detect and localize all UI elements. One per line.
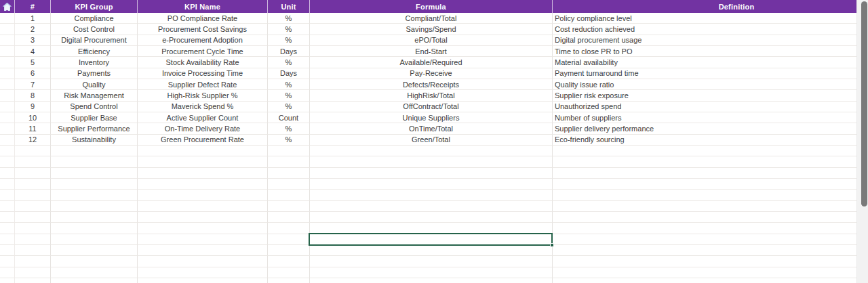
cell-number[interactable]: 8 bbox=[15, 90, 51, 101]
cell-kpi-group[interactable]: Spend Control bbox=[51, 102, 138, 112]
cell-definition[interactable] bbox=[553, 212, 856, 223]
cell-kpi-name[interactable]: Supplier Defect Rate bbox=[138, 79, 268, 90]
cell-kpi-group[interactable] bbox=[51, 223, 138, 234]
cell-formula[interactable]: Pay-Receive bbox=[310, 68, 553, 79]
cell-kpi-name[interactable] bbox=[138, 168, 268, 179]
cell-number[interactable] bbox=[15, 234, 51, 245]
cell-unit[interactable] bbox=[268, 267, 310, 278]
header-col-unit[interactable]: Unit bbox=[268, 0, 310, 13]
cell-kpi-group[interactable] bbox=[51, 156, 138, 167]
cell-definition[interactable]: Cost reduction achieved bbox=[553, 24, 856, 35]
cell-definition[interactable]: Policy compliance level bbox=[553, 13, 856, 24]
cell-unit[interactable] bbox=[268, 201, 310, 212]
cell-kpi-name[interactable] bbox=[138, 212, 268, 223]
cell-formula[interactable]: Unique Suppliers bbox=[310, 112, 553, 123]
cell-definition[interactable] bbox=[553, 267, 856, 278]
cell-unit[interactable]: % bbox=[268, 102, 310, 112]
vertical-scrollbar[interactable] bbox=[856, 0, 868, 283]
cell-kpi-name[interactable]: Invoice Processing Time bbox=[138, 68, 268, 79]
cell-unit[interactable]: % bbox=[268, 57, 310, 68]
cell-unit[interactable] bbox=[268, 190, 310, 200]
cell-icon-col[interactable] bbox=[0, 68, 15, 79]
cell-definition[interactable] bbox=[553, 179, 856, 190]
cell-definition[interactable] bbox=[553, 156, 856, 167]
cell-formula[interactable] bbox=[310, 212, 553, 223]
cell-kpi-group[interactable] bbox=[51, 146, 138, 156]
cell-icon-col[interactable] bbox=[0, 24, 15, 35]
cell-number[interactable] bbox=[15, 146, 51, 156]
cell-kpi-name[interactable] bbox=[138, 146, 268, 156]
cell-definition[interactable]: Eco-friendly sourcing bbox=[553, 135, 856, 146]
cell-unit[interactable]: % bbox=[268, 13, 310, 24]
cell-definition[interactable]: Unauthorized spend bbox=[553, 102, 856, 112]
cell-number[interactable]: 1 bbox=[15, 13, 51, 24]
cell-number[interactable] bbox=[15, 223, 51, 234]
cell-kpi-group[interactable]: Compliance bbox=[51, 13, 138, 24]
cell-kpi-group[interactable] bbox=[51, 212, 138, 223]
cell-icon-col[interactable] bbox=[0, 212, 15, 223]
cell-kpi-name[interactable]: PO Compliance Rate bbox=[138, 13, 268, 24]
header-col-definition[interactable]: Definition bbox=[553, 0, 856, 13]
cell-kpi-name[interactable]: Stock Availability Rate bbox=[138, 57, 268, 68]
cell-number[interactable]: 12 bbox=[15, 135, 51, 146]
cell-number[interactable] bbox=[15, 190, 51, 200]
cell-kpi-group[interactable] bbox=[51, 201, 138, 212]
cell-formula[interactable] bbox=[310, 156, 553, 167]
header-col-kpi-group[interactable]: KPI Group bbox=[51, 0, 138, 13]
cell-kpi-name[interactable]: e-Procurement Adoption bbox=[138, 35, 268, 46]
cell-definition[interactable]: Time to close PR to PO bbox=[553, 46, 856, 57]
cell-kpi-name[interactable]: Procurement Cost Savings bbox=[138, 24, 268, 35]
cell-kpi-group[interactable]: Payments bbox=[51, 68, 138, 79]
cell-icon-col[interactable] bbox=[0, 201, 15, 212]
cell-definition[interactable]: Supplier risk exposure bbox=[553, 90, 856, 101]
cell-unit[interactable] bbox=[268, 168, 310, 179]
cell-number[interactable]: 2 bbox=[15, 24, 51, 35]
cell-kpi-name[interactable]: Active Supplier Count bbox=[138, 112, 268, 123]
cell-formula[interactable]: End-Start bbox=[310, 46, 553, 57]
cell-unit[interactable]: % bbox=[268, 24, 310, 35]
cell-icon-col[interactable] bbox=[0, 90, 15, 101]
home-cell[interactable] bbox=[0, 0, 15, 13]
cell-formula[interactable]: Available/Required bbox=[310, 57, 553, 68]
cell-kpi-group[interactable]: Cost Control bbox=[51, 24, 138, 35]
cell-formula[interactable]: Green/Total bbox=[310, 135, 553, 146]
cell-formula[interactable] bbox=[310, 168, 553, 179]
cell-definition[interactable]: Number of suppliers bbox=[553, 112, 856, 123]
cell-unit[interactable] bbox=[268, 223, 310, 234]
cell-number[interactable]: 9 bbox=[15, 102, 51, 112]
cell-kpi-group[interactable] bbox=[51, 245, 138, 256]
cell-kpi-group[interactable] bbox=[51, 278, 138, 283]
cell-formula[interactable] bbox=[310, 146, 553, 156]
cell-unit[interactable]: Count bbox=[268, 112, 310, 123]
fill-handle[interactable] bbox=[550, 243, 554, 247]
cell-number[interactable]: 6 bbox=[15, 68, 51, 79]
scrollbar-thumb[interactable] bbox=[861, 1, 867, 206]
cell-icon-col[interactable] bbox=[0, 57, 15, 68]
cell-kpi-group[interactable] bbox=[51, 179, 138, 190]
cell-number[interactable] bbox=[15, 168, 51, 179]
cell-number[interactable]: 11 bbox=[15, 123, 51, 134]
cell-number[interactable] bbox=[15, 267, 51, 278]
cell-definition[interactable]: Quality issue ratio bbox=[553, 79, 856, 90]
cell-kpi-name[interactable] bbox=[138, 256, 268, 267]
cell-number[interactable] bbox=[15, 201, 51, 212]
cell-formula[interactable] bbox=[310, 278, 553, 283]
cell-unit[interactable]: % bbox=[268, 79, 310, 90]
cell-icon-col[interactable] bbox=[0, 13, 15, 24]
cell-icon-col[interactable] bbox=[0, 123, 15, 134]
cell-icon-col[interactable] bbox=[0, 190, 15, 200]
cell-formula[interactable] bbox=[310, 201, 553, 212]
cell-icon-col[interactable] bbox=[0, 46, 15, 57]
cell-unit[interactable] bbox=[268, 245, 310, 256]
cell-icon-col[interactable] bbox=[0, 35, 15, 46]
cell-number[interactable] bbox=[15, 245, 51, 256]
cell-kpi-group[interactable] bbox=[51, 267, 138, 278]
cell-number[interactable] bbox=[15, 278, 51, 283]
cell-icon-col[interactable] bbox=[0, 112, 15, 123]
cell-definition[interactable] bbox=[553, 223, 856, 234]
cell-kpi-name[interactable] bbox=[138, 179, 268, 190]
cell-unit[interactable]: % bbox=[268, 123, 310, 134]
cell-icon-col[interactable] bbox=[0, 256, 15, 267]
cell-number[interactable] bbox=[15, 179, 51, 190]
header-col-kpi-name[interactable]: KPI Name bbox=[138, 0, 268, 13]
